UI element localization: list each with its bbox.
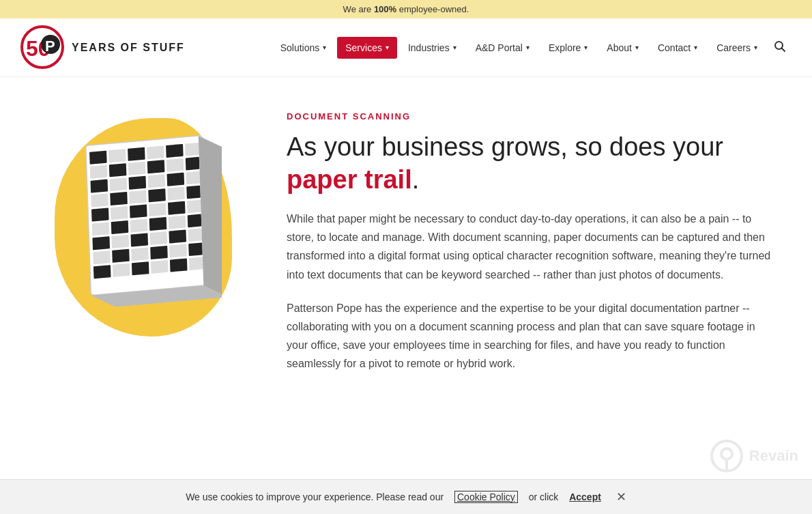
- svg-rect-32: [111, 206, 128, 220]
- headline-line1: As your business grows, so does your: [287, 132, 723, 161]
- main-content: DOCUMENT SCANNING As your business grows…: [0, 77, 812, 416]
- svg-rect-12: [185, 143, 199, 156]
- svg-rect-30: [186, 186, 201, 199]
- svg-rect-16: [147, 160, 165, 173]
- nav-services[interactable]: Services ▾: [337, 37, 397, 59]
- logo-text: YEARS OF STUFF: [72, 42, 185, 54]
- svg-rect-50: [112, 249, 130, 263]
- nav-ad-portal[interactable]: A&D Portal ▾: [467, 37, 538, 59]
- svg-rect-34: [149, 203, 166, 216]
- chevron-down-icon: ▾: [526, 44, 530, 51]
- logo-badge: 50 P: [20, 25, 65, 70]
- svg-rect-53: [169, 244, 187, 257]
- svg-rect-38: [111, 220, 129, 234]
- svg-rect-44: [111, 235, 129, 248]
- svg-rect-55: [93, 265, 111, 279]
- svg-text:P: P: [45, 38, 55, 55]
- hero-image-area: [41, 104, 246, 350]
- document-illustration: [65, 134, 222, 321]
- svg-rect-23: [167, 173, 185, 186]
- svg-rect-54: [188, 242, 203, 256]
- chevron-down-icon: ▾: [694, 44, 697, 51]
- svg-rect-57: [132, 261, 149, 275]
- svg-rect-35: [168, 201, 186, 215]
- chevron-down-icon: ▾: [584, 44, 588, 51]
- section-label: DOCUMENT SCANNING: [287, 111, 771, 122]
- chevron-down-icon: ▾: [386, 44, 389, 51]
- svg-rect-19: [91, 180, 108, 193]
- svg-rect-51: [131, 247, 149, 261]
- svg-rect-56: [113, 263, 130, 277]
- svg-rect-18: [186, 157, 200, 171]
- svg-rect-47: [169, 229, 186, 243]
- svg-rect-52: [150, 246, 168, 259]
- svg-rect-27: [129, 190, 147, 204]
- svg-rect-21: [129, 176, 147, 190]
- chevron-down-icon: ▾: [754, 44, 757, 51]
- nav-solutions[interactable]: Solutions ▾: [272, 37, 335, 59]
- svg-rect-36: [187, 200, 201, 214]
- svg-rect-15: [128, 162, 146, 175]
- chevron-down-icon: ▾: [635, 44, 639, 51]
- body-paragraph-2: Patterson Pope has the experience and th…: [287, 299, 771, 373]
- banner-text-prefix: We are: [343, 4, 374, 14]
- svg-rect-42: [188, 214, 202, 228]
- content-area: DOCUMENT SCANNING As your business grows…: [287, 104, 771, 388]
- banner-text-bold: 100%: [374, 4, 396, 14]
- svg-rect-29: [167, 187, 185, 201]
- banner-text-suffix: employee-owned.: [396, 4, 469, 14]
- svg-rect-13: [90, 165, 108, 179]
- main-nav: Solutions ▾ Services ▾ Industries ▾ A&D …: [272, 35, 792, 61]
- svg-rect-40: [149, 217, 167, 231]
- svg-rect-9: [128, 147, 145, 161]
- svg-rect-39: [130, 218, 148, 232]
- svg-rect-59: [170, 258, 188, 272]
- svg-rect-25: [91, 193, 108, 207]
- nav-about[interactable]: About ▾: [598, 37, 647, 59]
- svg-line-5: [782, 48, 785, 51]
- svg-rect-48: [188, 228, 202, 242]
- header: 50 P YEARS OF STUFF Solutions ▾ Services…: [0, 18, 812, 77]
- svg-rect-45: [130, 233, 148, 246]
- svg-rect-10: [147, 145, 164, 159]
- svg-rect-58: [151, 260, 169, 274]
- nav-careers[interactable]: Careers ▾: [708, 37, 766, 59]
- svg-rect-26: [110, 192, 128, 205]
- nav-explore[interactable]: Explore ▾: [540, 37, 596, 59]
- svg-rect-33: [130, 205, 147, 218]
- svg-rect-14: [109, 163, 127, 177]
- svg-rect-24: [186, 171, 201, 185]
- svg-rect-7: [89, 151, 107, 165]
- chevron-down-icon: ▾: [453, 44, 456, 51]
- svg-rect-37: [92, 222, 110, 235]
- top-banner: We are 100% employee-owned.: [0, 0, 812, 18]
- svg-rect-43: [92, 236, 110, 250]
- svg-rect-28: [148, 188, 166, 202]
- svg-rect-11: [166, 144, 184, 158]
- svg-rect-22: [148, 174, 166, 188]
- logo-years: YEARS OF STUFF: [72, 42, 185, 54]
- chevron-down-icon: ▾: [323, 44, 326, 51]
- svg-rect-60: [189, 257, 203, 270]
- search-button[interactable]: [768, 35, 792, 61]
- nav-contact[interactable]: Contact ▾: [650, 37, 706, 59]
- headline-end: .: [412, 165, 420, 194]
- svg-rect-17: [166, 158, 184, 172]
- svg-rect-46: [149, 231, 167, 245]
- svg-rect-41: [169, 216, 186, 229]
- page-headline: As your business grows, so does your pap…: [287, 131, 771, 196]
- svg-rect-20: [110, 177, 128, 191]
- headline-red: paper trail: [287, 165, 412, 194]
- nav-industries[interactable]: Industries ▾: [400, 37, 465, 59]
- logo[interactable]: 50 P YEARS OF STUFF: [20, 25, 185, 70]
- body-paragraph-1: While that paper might be necessary to c…: [287, 210, 771, 284]
- svg-rect-8: [108, 149, 126, 162]
- svg-rect-49: [93, 251, 111, 264]
- svg-rect-31: [91, 208, 109, 221]
